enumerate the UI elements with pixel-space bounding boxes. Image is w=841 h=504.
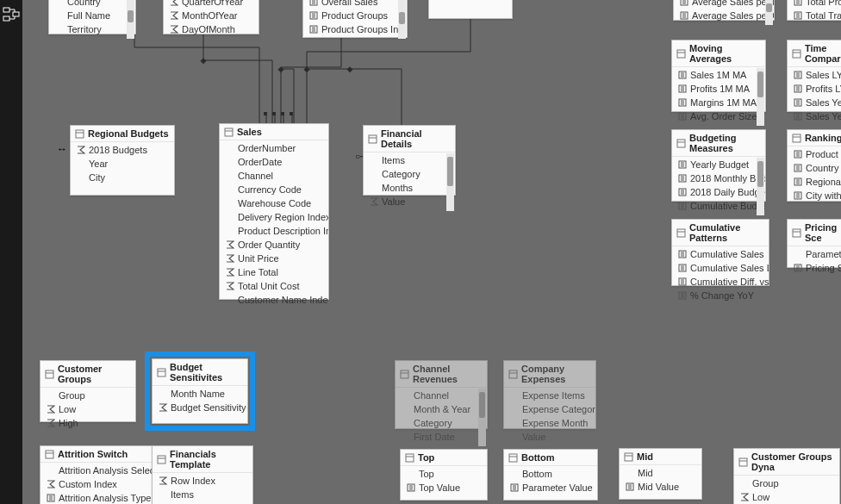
field-row[interactable]: Channel bbox=[220, 169, 328, 183]
field-row[interactable]: OrderNumber bbox=[220, 141, 328, 155]
field-row[interactable]: Parameter Value bbox=[504, 481, 597, 495]
field-row[interactable]: Order Quantity bbox=[220, 238, 328, 252]
scrollbar[interactable] bbox=[478, 389, 486, 446]
field-row[interactable]: Line Total bbox=[220, 265, 328, 279]
field-row[interactable]: Warehouse Code bbox=[220, 196, 328, 210]
field-row[interactable]: Mid Value bbox=[620, 480, 701, 494]
table-financial-details[interactable]: Financial Details ItemsCategoryMonthsVal… bbox=[363, 125, 456, 196]
field-row[interactable]: Value bbox=[504, 430, 595, 444]
field-row[interactable]: Items bbox=[153, 488, 252, 501]
field-row[interactable]: Top Value bbox=[401, 481, 487, 495]
table-top[interactable]: Top TopTop Value bbox=[400, 449, 488, 501]
field-row[interactable]: Unit Price bbox=[220, 252, 328, 265]
field-row[interactable]: Month Name bbox=[153, 387, 247, 401]
model-view-icon[interactable] bbox=[3, 7, 20, 22]
table-ranking[interactable]: Ranking Product SalCountry SalRegional S… bbox=[787, 129, 841, 202]
field-row[interactable]: MonthOfYear bbox=[164, 9, 259, 22]
table-budget-sensitivities[interactable]: Budget Sensitivites Month NameBudget Sen… bbox=[152, 358, 248, 424]
field-row[interactable]: Sales 1M MA bbox=[672, 68, 765, 82]
field-row[interactable]: Delivery Region Index bbox=[220, 210, 328, 224]
field-row[interactable]: Group bbox=[734, 476, 839, 490]
table-key-measures-partial[interactable]: Average Sales per MAverage Sales per Cu bbox=[673, 0, 775, 21]
field-row[interactable]: 2018 Monthly Budge bbox=[672, 171, 765, 185]
field-row[interactable]: QuarterOfYear bbox=[164, 0, 259, 9]
table-customers-partial[interactable]: Country Full Name Territory bbox=[48, 0, 136, 34]
field-row[interactable]: Low bbox=[40, 402, 135, 416]
table-regional-budgets[interactable]: Regional Budgets 2018 BudgetsYearCity bbox=[70, 125, 175, 196]
table-products-partial[interactable]: Overall SalesProduct GroupsProduct Group… bbox=[302, 0, 408, 38]
field-row[interactable]: Currency Code bbox=[220, 183, 328, 196]
field-row[interactable]: Custom Index bbox=[40, 477, 153, 491]
field-row[interactable]: Country bbox=[49, 0, 135, 9]
field-row[interactable]: Months bbox=[364, 181, 455, 195]
field-row[interactable]: Group bbox=[40, 389, 135, 402]
field-row[interactable]: Items bbox=[364, 153, 455, 167]
field-row[interactable]: Attrition Analysis Select bbox=[40, 464, 153, 477]
table-channel-revenues[interactable]: Channel Revenues ChannelMonth & YearCate… bbox=[395, 360, 488, 429]
field-row[interactable]: Country Sal bbox=[788, 161, 841, 175]
field-row[interactable]: Pricing Sce bbox=[788, 261, 841, 275]
field-row[interactable]: Total Profits bbox=[788, 0, 841, 9]
field-row[interactable]: Avg. Order Size 1M M bbox=[672, 109, 765, 123]
scrollbar[interactable] bbox=[765, 0, 773, 25]
table-attrition-switch[interactable]: Attrition Switch Attrition Analysis Sele… bbox=[40, 445, 153, 504]
table-time-comparison[interactable]: Time Compar Sales LYProfits LYSales Year… bbox=[787, 40, 841, 112]
field-row[interactable]: Product Groups Ind bbox=[303, 22, 407, 36]
field-row[interactable]: Mid bbox=[620, 466, 701, 480]
field-row[interactable]: Average Sales per Cu bbox=[674, 9, 774, 22]
field-row[interactable]: Category bbox=[364, 167, 455, 181]
table-profits-partial[interactable]: Total ProfitsTotal Transa bbox=[787, 0, 841, 21]
field-row[interactable]: Expense Category bbox=[504, 402, 595, 416]
field-row[interactable]: Bottom bbox=[504, 467, 597, 481]
table-customer-groups-dyna[interactable]: Customer Groups Dyna GroupLowHigh bbox=[733, 448, 840, 504]
field-row[interactable]: Profits LY bbox=[788, 82, 841, 96]
field-row[interactable]: Overall Sales bbox=[303, 0, 407, 9]
field-row[interactable]: Sales Year to bbox=[788, 109, 841, 123]
table-dates-partial[interactable]: QuarterOfYearMonthOfYearDayOfMonth bbox=[163, 0, 259, 34]
field-row[interactable]: Year bbox=[71, 157, 174, 171]
relationship-endpoint-icon[interactable]: ↔ bbox=[57, 143, 67, 155]
field-row[interactable]: Sales Year to bbox=[788, 96, 841, 109]
field-row[interactable]: Profits 1M MA bbox=[672, 82, 765, 96]
table-moving-averages[interactable]: Moving Averages Sales 1M MAProfits 1M MA… bbox=[671, 40, 766, 112]
scrollbar[interactable] bbox=[757, 68, 764, 126]
scrollbar[interactable] bbox=[757, 158, 764, 215]
table-customer-groups[interactable]: Customer Groups GroupLowHigh bbox=[40, 360, 136, 422]
table-pricing-scenarios[interactable]: Pricing Sce ParameterPricing Sce bbox=[787, 219, 841, 268]
table-bottom[interactable]: Bottom BottomParameter Value bbox=[503, 449, 598, 501]
field-row[interactable]: Channel bbox=[396, 389, 487, 402]
field-row[interactable]: Regional Sa bbox=[788, 175, 841, 189]
field-row[interactable]: Cumulative Diff. vs LY bbox=[672, 275, 769, 289]
field-row[interactable]: Product Description Index bbox=[220, 224, 328, 238]
field-row[interactable]: Value bbox=[364, 195, 455, 208]
field-row[interactable]: Expense Items bbox=[504, 389, 595, 402]
table-budgeting-measures[interactable]: Budgeting Measures Yearly Budget2018 Mon… bbox=[671, 129, 766, 202]
field-row[interactable]: Expense Month bbox=[504, 416, 595, 430]
field-row[interactable]: Product Groups bbox=[303, 9, 407, 22]
table-sales[interactable]: Sales OrderNumberOrderDateChannelCurrenc… bbox=[219, 123, 329, 300]
field-row[interactable]: Product Sal bbox=[788, 147, 841, 161]
scrollbar[interactable] bbox=[446, 153, 454, 211]
field-row[interactable]: Cumulative Sales LY bbox=[672, 261, 769, 275]
field-row[interactable]: Yearly Budget bbox=[672, 158, 765, 171]
field-row[interactable]: 2018 Daily Budgets bbox=[672, 185, 765, 199]
table-blank-top[interactable] bbox=[428, 0, 513, 19]
field-row[interactable]: Parameter bbox=[788, 247, 841, 261]
table-company-expenses[interactable]: Company Expenses Expense ItemsExpense Ca… bbox=[503, 360, 596, 429]
scrollbar[interactable] bbox=[398, 0, 406, 39]
field-row[interactable]: OrderDate bbox=[220, 155, 328, 169]
field-row[interactable]: Low bbox=[734, 490, 839, 504]
field-row[interactable]: Total Unit Cost bbox=[220, 279, 328, 293]
field-row[interactable]: Attrition Analysis Type bbox=[40, 491, 153, 504]
field-row[interactable]: 2018 Budgets bbox=[71, 143, 174, 157]
field-row[interactable]: City bbox=[71, 171, 174, 184]
field-row[interactable]: Month & Year bbox=[396, 402, 487, 416]
scrollbar[interactable] bbox=[127, 0, 134, 39]
field-row[interactable]: First Date bbox=[396, 430, 487, 444]
field-row[interactable]: Budget Sensitivity bbox=[153, 401, 247, 414]
field-row[interactable]: Margins 1M MA bbox=[672, 96, 765, 109]
field-row[interactable]: High bbox=[40, 416, 135, 430]
table-financials-template[interactable]: Financials Template Row IndexItemsSummar… bbox=[152, 445, 253, 504]
field-row[interactable]: Full Name bbox=[49, 9, 135, 22]
field-row[interactable]: DayOfMonth bbox=[164, 22, 259, 36]
